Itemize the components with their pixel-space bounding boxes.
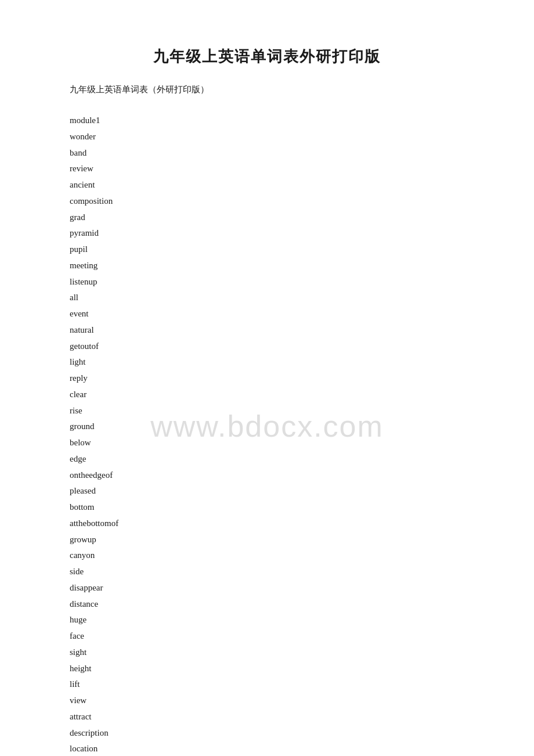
list-item: ancient bbox=[70, 177, 464, 193]
page-title: 九年级上英语单词表外研打印版 bbox=[70, 46, 464, 67]
list-item: light bbox=[70, 354, 464, 370]
list-item: all bbox=[70, 290, 464, 306]
subtitle: 九年级上英语单词表（外研打印版） bbox=[70, 84, 464, 95]
list-item: getoutof bbox=[70, 339, 464, 355]
list-item: disappear bbox=[70, 580, 464, 596]
document-page: www.bdocx.com 九年级上英语单词表外研打印版 九年级上英语单词表（外… bbox=[0, 0, 534, 756]
list-item: module1 bbox=[70, 113, 464, 129]
list-item: event bbox=[70, 306, 464, 322]
list-item: below bbox=[70, 435, 464, 451]
list-item: edge bbox=[70, 451, 464, 467]
list-item: reply bbox=[70, 370, 464, 387]
list-item: review bbox=[70, 161, 464, 177]
list-item: pupil bbox=[70, 242, 464, 258]
list-item: view bbox=[70, 693, 464, 709]
list-item: band bbox=[70, 145, 464, 161]
list-item: sight bbox=[70, 645, 464, 661]
list-item: ground bbox=[70, 419, 464, 435]
list-item: atthebottomof bbox=[70, 516, 464, 532]
list-item: attract bbox=[70, 709, 464, 725]
word-list: module1wonderbandreviewancientcompositio… bbox=[70, 113, 464, 756]
list-item: meeting bbox=[70, 258, 464, 274]
list-item: lift bbox=[70, 676, 464, 693]
list-item: natural bbox=[70, 322, 464, 339]
list-item: pleased bbox=[70, 483, 464, 499]
list-item: wonder bbox=[70, 129, 464, 145]
list-item: grad bbox=[70, 210, 464, 226]
list-item: description bbox=[70, 725, 464, 741]
list-item: face bbox=[70, 628, 464, 645]
list-item: rise bbox=[70, 403, 464, 419]
list-item: side bbox=[70, 564, 464, 580]
list-item: clear bbox=[70, 387, 464, 403]
list-item: listenup bbox=[70, 274, 464, 290]
list-item: distance bbox=[70, 596, 464, 613]
list-item: bottom bbox=[70, 499, 464, 516]
list-item: pyramid bbox=[70, 225, 464, 242]
list-item: composition bbox=[70, 193, 464, 210]
list-item: canyon bbox=[70, 548, 464, 564]
list-item: height bbox=[70, 661, 464, 677]
list-item: huge bbox=[70, 612, 464, 628]
list-item: growup bbox=[70, 532, 464, 548]
list-item: location bbox=[70, 741, 464, 756]
list-item: ontheedgeof bbox=[70, 467, 464, 484]
